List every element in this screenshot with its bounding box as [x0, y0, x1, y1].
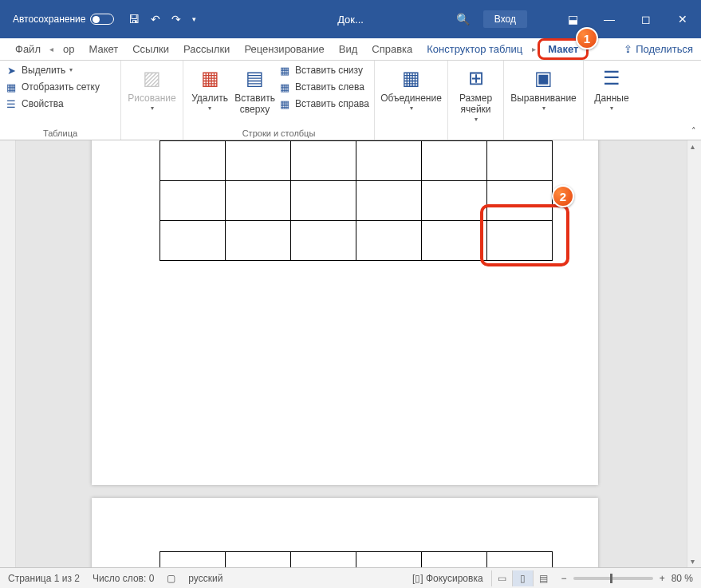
view-gridlines-button[interactable]: ▦Отобразить сетку — [5, 81, 100, 93]
insert-below-icon: ▦ — [278, 64, 291, 77]
quick-access-toolbar: 🖫 ↶ ↷ ▾ — [128, 13, 196, 26]
zoom-slider[interactable] — [573, 577, 653, 580]
book-icon[interactable]: ▢ — [167, 573, 175, 584]
tab-view[interactable]: Вид — [332, 40, 365, 58]
autosave-toggle[interactable]: Автосохранение — [13, 14, 114, 25]
tab-nav-right-icon[interactable]: ▸ — [530, 45, 538, 53]
data-icon: ☰ — [599, 65, 624, 91]
maximize-icon[interactable]: ◻ — [628, 0, 664, 38]
insert-right-icon: ▦ — [278, 97, 291, 110]
status-words[interactable]: Число слов: 0 — [93, 573, 154, 584]
align-icon: ▣ — [531, 65, 557, 91]
delete-button[interactable]: ▦ Удалить ▾ — [188, 64, 231, 112]
properties-button[interactable]: ☰Свойства — [5, 97, 100, 110]
insert-above-label: Вставить сверху — [234, 93, 275, 115]
share-icon: ⇪ — [624, 43, 632, 55]
close-icon[interactable]: ✕ — [664, 0, 701, 38]
collapse-ribbon-icon[interactable]: ˄ — [691, 126, 696, 136]
annotation-callout-2: 2 — [552, 185, 574, 207]
group-label-rows: Строки и столбцы — [188, 127, 369, 138]
status-bar: Страница 1 из 2 Число слов: 0 ▢ русский … — [0, 567, 701, 588]
select-button[interactable]: ➤Выделить▾ — [5, 64, 100, 77]
tab-references[interactable]: Ссылки — [125, 40, 176, 58]
web-layout-icon[interactable]: ▤ — [533, 570, 553, 586]
select-label: Выделить — [22, 65, 65, 76]
zoom-level[interactable]: 80 % — [671, 573, 693, 584]
annotation-callout-1: 1 — [576, 27, 598, 49]
view-switcher: ▭ ▯ ▤ — [491, 570, 553, 586]
share-button[interactable]: ⇪ Поделиться — [624, 43, 693, 55]
qat-dropdown-icon[interactable]: ▾ — [192, 15, 196, 23]
ribbon: ➤Выделить▾ ▦Отобразить сетку ☰Свойства Т… — [0, 61, 701, 140]
title-bar-left: Автосохранение 🖫 ↶ ↷ ▾ — [0, 13, 196, 26]
tab-nav-left-icon[interactable]: ◂ — [48, 45, 56, 53]
zoom-out-icon[interactable]: − — [561, 573, 567, 584]
document-canvas[interactable] — [0, 140, 701, 567]
tab-layout[interactable]: Макет — [81, 40, 125, 58]
data-button[interactable]: ☰ Данные ▾ — [589, 64, 635, 112]
ribbon-group-align: ▣ Выравнивание ▾ — [504, 61, 584, 140]
group-label-align — [509, 127, 578, 138]
undo-icon[interactable]: ↶ — [151, 13, 160, 26]
tab-help[interactable]: Справка — [364, 40, 419, 58]
ribbon-group-rows-cols: ▦ Удалить ▾ ▤ Вставить сверху ▦Вставить … — [183, 61, 375, 140]
insert-right-label: Вставить справа — [295, 98, 369, 109]
login-button[interactable]: Вход — [483, 10, 527, 28]
insert-left-label: Вставить слева — [295, 81, 364, 93]
insert-left-icon: ▦ — [278, 81, 291, 93]
insert-above-icon: ▤ — [242, 65, 268, 91]
page-1[interactable] — [92, 140, 598, 485]
data-label: Данные — [594, 93, 628, 104]
tab-home-truncated[interactable]: ор — [56, 40, 81, 58]
annotation-cell-highlight — [480, 204, 569, 266]
grid-icon: ▦ — [5, 81, 18, 93]
save-icon[interactable]: 🖫 — [128, 13, 140, 26]
grid-label: Отобразить сетку — [22, 81, 100, 93]
tab-mailings[interactable]: Рассылки — [176, 40, 237, 58]
properties-icon: ☰ — [5, 97, 18, 110]
share-label: Поделиться — [636, 43, 693, 55]
draw-icon: ▨ — [140, 65, 165, 91]
autosave-label: Автосохранение — [13, 14, 85, 25]
align-button[interactable]: ▣ Выравнивание ▾ — [509, 64, 578, 112]
draw-button: ▨ Рисование ▾ — [126, 64, 178, 112]
table-2[interactable] — [159, 551, 553, 567]
tab-review[interactable]: Рецензирование — [237, 40, 331, 58]
cell-size-icon: ⊞ — [463, 65, 489, 91]
cell-size-label: Размер ячейки — [453, 93, 498, 115]
status-page[interactable]: Страница 1 из 2 — [8, 573, 80, 584]
group-label-size — [453, 127, 498, 138]
group-label-data — [589, 127, 635, 138]
group-label-table: Таблица — [5, 127, 116, 138]
print-layout-icon[interactable]: ▯ — [512, 570, 533, 586]
insert-left-button[interactable]: ▦Вставить слева — [278, 81, 369, 93]
ribbon-group-data: ☰ Данные ▾ — [584, 61, 640, 140]
tab-table-design[interactable]: Конструктор таблиц — [419, 40, 530, 58]
search-icon[interactable]: 🔍 — [456, 13, 470, 26]
toggle-off-icon[interactable] — [90, 14, 114, 25]
merge-button[interactable]: ▦ Объединение ▾ — [384, 64, 439, 112]
ribbon-group-cell-size: ⊞ Размер ячейки ▾ — [448, 61, 504, 140]
vertical-scrollbar[interactable] — [687, 140, 701, 567]
zoom-control[interactable]: − + 80 % — [561, 573, 693, 584]
document-title: Док... — [337, 14, 364, 26]
focus-mode-button[interactable]: [▯] Фокусировка — [412, 573, 483, 584]
ribbon-group-merge: ▦ Объединение ▾ — [375, 61, 448, 140]
merge-label: Объединение — [380, 93, 442, 104]
insert-below-button[interactable]: ▦Вставить снизу — [278, 64, 369, 77]
focus-label: Фокусировка — [426, 573, 483, 584]
redo-icon[interactable]: ↷ — [171, 13, 181, 26]
align-label: Выравнивание — [510, 93, 577, 104]
cell-size-button[interactable]: ⊞ Размер ячейки ▾ — [453, 64, 498, 123]
props-label: Свойства — [22, 98, 64, 109]
tab-file[interactable]: Файл — [8, 40, 48, 58]
status-language[interactable]: русский — [188, 573, 223, 584]
insert-above-button[interactable]: ▤ Вставить сверху — [234, 64, 275, 115]
insert-right-button[interactable]: ▦Вставить справа — [278, 97, 369, 110]
group-label-draw — [126, 127, 178, 138]
merge-icon: ▦ — [399, 65, 424, 91]
zoom-in-icon[interactable]: + — [660, 573, 665, 584]
read-mode-icon[interactable]: ▭ — [491, 570, 512, 586]
cursor-icon: ➤ — [5, 64, 18, 77]
page-2[interactable] — [92, 498, 598, 567]
